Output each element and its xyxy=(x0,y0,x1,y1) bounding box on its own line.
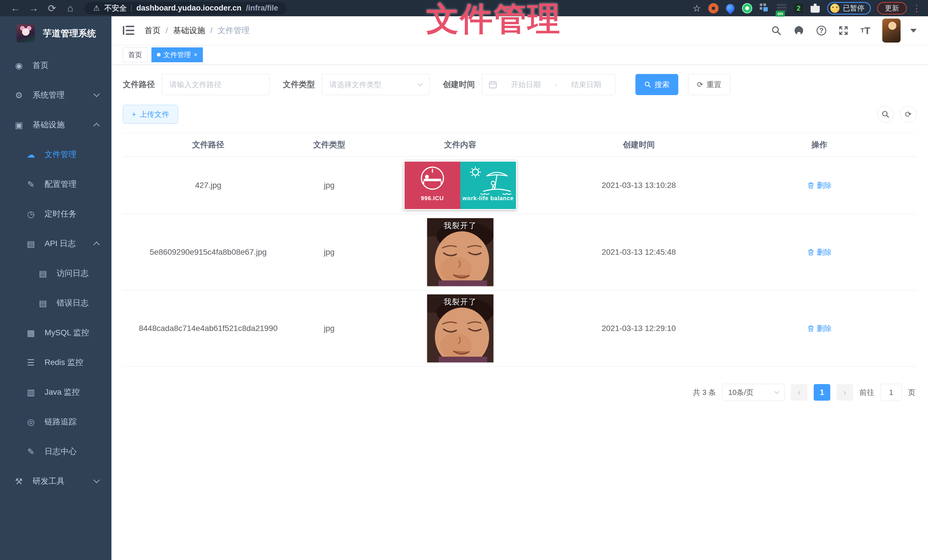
tag-home[interactable]: 首页 xyxy=(123,47,147,62)
avatar[interactable] xyxy=(882,18,901,43)
sidebar-item-api-log[interactable]: ▤API 日志 xyxy=(0,229,111,259)
browser-update-button[interactable]: 更新 xyxy=(877,2,907,15)
search-button[interactable]: 搜索 xyxy=(635,74,678,95)
cell-file-path: 8448cada8c714e4ab61f521c8da21990 xyxy=(123,324,293,333)
prev-page-button[interactable]: ‹ xyxy=(791,384,807,401)
col-actions: 操作 xyxy=(722,139,917,150)
breadcrumb-home[interactable]: 首页 xyxy=(145,25,160,36)
cell-file-type: jpg xyxy=(293,324,365,333)
extension-switch-icon[interactable]: on xyxy=(777,4,786,12)
tag-label: 文件管理 xyxy=(163,50,191,59)
extension-orange-icon[interactable] xyxy=(708,3,719,14)
sidebar-item-label: 配置管理 xyxy=(44,179,76,190)
font-size-icon[interactable]: TT xyxy=(861,25,870,36)
sidebar-item-infra[interactable]: ▣基础设施 xyxy=(0,110,111,140)
toggle-search-button[interactable] xyxy=(877,106,894,123)
help-icon[interactable]: ? xyxy=(817,26,826,35)
sidebar-item-error-log[interactable]: ▤错误日志 xyxy=(0,288,111,318)
table-toolbar: + 上传文件 ⟳ xyxy=(123,105,917,124)
browser-forward-icon[interactable]: → xyxy=(24,3,43,14)
extension-green-check-icon[interactable] xyxy=(742,3,752,14)
file-preview-996-image[interactable]: 996.ICU xyxy=(404,161,517,210)
delete-button[interactable]: 删除 xyxy=(807,247,832,257)
browser-menu-icon[interactable]: ⋮ xyxy=(912,3,922,14)
search-icon xyxy=(644,81,651,88)
log-icon: ▤ xyxy=(37,298,49,308)
sidebar-item-dev-tools[interactable]: ⚒研发工具 xyxy=(0,466,111,496)
upload-file-button[interactable]: + 上传文件 xyxy=(123,105,178,124)
browser-reload-icon[interactable]: ⟳ xyxy=(43,3,61,14)
extension-grid-icon[interactable] xyxy=(760,3,769,13)
file-type-select[interactable]: 请选择文件类型 xyxy=(322,74,430,95)
profile-paused-badge[interactable]: 已暂停 xyxy=(827,2,871,15)
page-size-select[interactable]: 10条/页 xyxy=(722,384,785,401)
timer-icon: ◷ xyxy=(24,209,37,219)
address-bar[interactable]: ⚠ 不安全 dashboard.yudao.iocoder.cn/infra/f… xyxy=(85,2,287,15)
header-search-icon[interactable] xyxy=(771,26,781,35)
sidebar-item-redis-monitor[interactable]: ☰Redis 监控 xyxy=(0,347,111,377)
sidebar-item-label: 错误日志 xyxy=(56,298,89,309)
sidebar-item-trace[interactable]: ◎链路追踪 xyxy=(0,407,111,437)
cell-created: 2021-03-13 13:10:28 xyxy=(556,181,722,190)
layers-icon: ☰ xyxy=(24,358,37,368)
sidebar-item-log-center[interactable]: ✎日志中心 xyxy=(0,437,111,466)
trash-icon xyxy=(807,182,815,189)
sidebar-item-scheduled-tasks[interactable]: ◷定时任务 xyxy=(0,199,111,229)
goto-page-input[interactable] xyxy=(881,384,902,401)
eye-icon: ◎ xyxy=(24,417,37,427)
chevron-down-icon xyxy=(93,91,100,97)
url-divider xyxy=(131,5,132,12)
extension-pin-icon[interactable] xyxy=(724,2,736,14)
cell-file-content: 996.ICU xyxy=(365,161,556,210)
tag-file-manage[interactable]: 文件管理 × xyxy=(151,47,203,62)
hamburger-icon[interactable] xyxy=(123,26,134,35)
file-table: 文件路径 文件类型 文件内容 创建时间 操作 427.jpg jpg xyxy=(123,133,917,367)
col-file-path: 文件路径 xyxy=(123,139,293,150)
table-row: 5e8609290e915c4fa8b08e67.jpg jpg xyxy=(123,214,917,291)
delete-button[interactable]: 删除 xyxy=(807,181,832,190)
tag-close-icon[interactable]: × xyxy=(194,51,197,59)
extensions-puzzle-icon[interactable] xyxy=(810,4,820,13)
sidebar-item-label: 链路追踪 xyxy=(44,416,76,427)
sidebar-item-access-log[interactable]: ▤访问日志 xyxy=(0,259,111,288)
refresh-icon: ⟳ xyxy=(697,80,703,89)
reset-button[interactable]: ⟳ 重置 xyxy=(688,74,730,95)
avatar-caret-icon[interactable] xyxy=(910,29,917,33)
sidebar-item-java-monitor[interactable]: ▥Java 监控 xyxy=(0,377,111,407)
browser-home-icon[interactable]: ⌂ xyxy=(61,3,79,14)
calendar-icon xyxy=(489,81,497,88)
breadcrumb-current: 文件管理 xyxy=(218,25,250,36)
security-label[interactable]: 不安全 xyxy=(104,3,127,13)
next-page-button[interactable]: › xyxy=(836,384,853,401)
bookmark-star-icon[interactable]: ☆ xyxy=(693,3,701,14)
log-icon: ▤ xyxy=(24,239,37,249)
cell-actions: 删除 xyxy=(722,324,917,333)
sidebar-item-system[interactable]: ⚙系统管理 xyxy=(0,80,111,110)
current-page-button[interactable]: 1 xyxy=(814,384,830,401)
app-title: 芋道管理系统 xyxy=(43,27,96,40)
sidebar-item-mysql-monitor[interactable]: ▦MySQL 监控 xyxy=(0,318,111,347)
file-path-label: 文件路径 xyxy=(123,79,155,90)
file-path-input[interactable] xyxy=(162,74,270,95)
sidebar-item-home[interactable]: ◉首页 xyxy=(0,50,111,80)
app-logo[interactable]: 芋道管理系统 xyxy=(0,16,111,50)
refresh-table-button[interactable]: ⟳ xyxy=(900,106,917,123)
page-unit-label: 页 xyxy=(908,388,916,397)
date-range-picker[interactable]: 开始日期 - 结束日期 xyxy=(482,74,615,95)
sidebar-item-label: 首页 xyxy=(32,60,49,71)
sidebar-item-label: 基础设施 xyxy=(32,119,64,130)
browser-back-icon[interactable]: ← xyxy=(6,3,24,14)
create-time-label: 创建时间 xyxy=(443,79,475,90)
extension-leaf-icon[interactable]: 2 xyxy=(794,3,803,13)
file-preview-baby-image[interactable]: 我裂开了 xyxy=(427,218,493,286)
cell-created: 2021-03-13 12:45:48 xyxy=(556,248,722,257)
trash-icon xyxy=(807,325,815,332)
sidebar-menu: ◉首页 ⚙系统管理 ▣基础设施 ☁文件管理 ✎配置管理 ◷定时任务 ▤API 日… xyxy=(0,50,111,560)
fullscreen-icon[interactable] xyxy=(838,26,849,36)
sidebar-item-config-manage[interactable]: ✎配置管理 xyxy=(0,169,111,199)
sidebar-item-file-manage[interactable]: ☁文件管理 xyxy=(0,140,111,169)
github-icon[interactable] xyxy=(793,25,804,36)
delete-label: 删除 xyxy=(817,181,832,190)
file-preview-baby-image[interactable]: 我裂开了 xyxy=(427,294,493,362)
delete-button[interactable]: 删除 xyxy=(807,324,832,333)
